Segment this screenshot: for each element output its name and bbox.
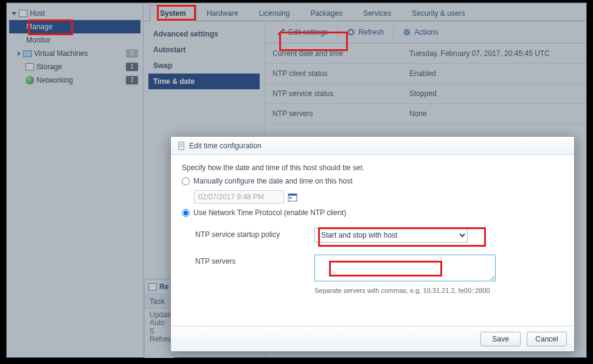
badge-vm: 0 bbox=[126, 49, 138, 58]
storage-icon bbox=[26, 63, 34, 70]
radio-manual[interactable]: Manually configure the date and time on … bbox=[182, 177, 563, 185]
subnav-swap[interactable]: Swap bbox=[148, 58, 260, 74]
caret-right-icon bbox=[18, 51, 21, 56]
nav-host-label: Host bbox=[30, 9, 45, 18]
subnav-advanced[interactable]: Advanced settings bbox=[148, 26, 260, 42]
tasks-header[interactable]: Re bbox=[145, 280, 174, 294]
toolbar-sep2 bbox=[393, 26, 394, 38]
nav-networking[interactable]: Networking 2 bbox=[9, 74, 140, 87]
edit-time-dialog: Edit time configuration Specify how the … bbox=[170, 136, 575, 352]
nav-monitor-label: Monitor bbox=[26, 36, 50, 44]
tab-system[interactable]: System bbox=[150, 5, 196, 21]
nav-storage[interactable]: Storage 1 bbox=[9, 60, 140, 74]
nav-vm[interactable]: Virtual Machines 0 bbox=[9, 47, 140, 60]
table-row: NTP serversNone bbox=[265, 104, 586, 124]
kv-table: Current date and timeTuesday, February 0… bbox=[265, 43, 586, 124]
table-row: Current date and timeTuesday, February 0… bbox=[265, 44, 586, 64]
nav-vm-label: Virtual Machines bbox=[34, 49, 88, 58]
subnav-autostart[interactable]: Autostart bbox=[148, 42, 260, 58]
nav-host[interactable]: Host bbox=[9, 7, 140, 20]
vm-icon bbox=[23, 50, 32, 57]
svg-point-0 bbox=[406, 30, 409, 33]
nav-monitor[interactable]: Monitor bbox=[9, 33, 140, 47]
nav-manage-label: Manage bbox=[26, 22, 52, 31]
pencil-icon bbox=[277, 28, 285, 36]
policy-label: NTP service startup policy bbox=[195, 228, 314, 239]
actions-button[interactable]: Actions bbox=[397, 25, 443, 39]
toolbar-sep bbox=[337, 26, 338, 38]
host-icon bbox=[19, 10, 27, 17]
badge-networking: 2 bbox=[126, 76, 138, 84]
dialog-title: Edit time configuration bbox=[189, 142, 262, 150]
svg-rect-4 bbox=[288, 194, 297, 196]
tab-licensing[interactable]: Licensing bbox=[249, 5, 300, 21]
dialog-title-bar[interactable]: Edit time configuration bbox=[171, 137, 574, 155]
refresh-button[interactable]: Refresh bbox=[341, 25, 389, 39]
calendar-icon[interactable] bbox=[288, 192, 297, 202]
actions-label: Actions bbox=[414, 28, 438, 36]
tasks-icon bbox=[148, 283, 157, 290]
subnav-timedate[interactable]: Time & date bbox=[148, 74, 260, 89]
radio-ntp-input[interactable] bbox=[182, 209, 190, 217]
svg-rect-5 bbox=[290, 197, 291, 199]
cancel-button[interactable]: Cancel bbox=[527, 332, 567, 346]
gear-icon bbox=[403, 28, 411, 36]
tab-security[interactable]: Security & users bbox=[401, 5, 475, 21]
nav-manage[interactable]: Manage bbox=[9, 20, 140, 33]
policy-select[interactable]: Start and stop with host bbox=[314, 228, 468, 242]
list-item[interactable]: Auto S bbox=[145, 321, 174, 333]
table-row: NTP client statusEnabled bbox=[265, 64, 586, 84]
edit-settings-button[interactable]: Edit settings bbox=[271, 25, 333, 39]
radio-manual-input[interactable] bbox=[182, 177, 190, 185]
svg-rect-2 bbox=[179, 143, 182, 147]
networking-icon bbox=[26, 76, 34, 84]
tab-hardware[interactable]: Hardware bbox=[196, 5, 249, 21]
servers-label: NTP servers bbox=[195, 255, 314, 266]
radio-ntp[interactable]: Use Network Time Protocol (enable NTP cl… bbox=[182, 208, 563, 217]
tasks-col: Task bbox=[145, 294, 174, 309]
nav-networking-label: Networking bbox=[36, 76, 73, 84]
tab-services[interactable]: Services bbox=[353, 5, 401, 21]
tab-packages[interactable]: Packages bbox=[300, 5, 353, 21]
manual-date-input bbox=[194, 190, 284, 204]
edit-settings-label: Edit settings bbox=[288, 28, 328, 36]
table-row: NTP service statusStopped bbox=[265, 84, 586, 104]
nav-storage-label: Storage bbox=[36, 63, 62, 71]
tab-bar: System Hardware Licensing Packages Servi… bbox=[144, 3, 586, 21]
save-button[interactable]: Save bbox=[480, 332, 521, 346]
device-icon bbox=[177, 142, 186, 150]
refresh-label: Refresh bbox=[358, 28, 384, 36]
list-item[interactable]: Refres bbox=[145, 333, 174, 345]
servers-hint: Separate servers with commas, e.g. 10.31… bbox=[314, 287, 563, 294]
caret-down-icon bbox=[12, 12, 16, 15]
badge-storage: 1 bbox=[126, 63, 138, 71]
refresh-icon bbox=[347, 28, 355, 36]
dialog-desc: Specify how the date and time of this ho… bbox=[182, 163, 563, 172]
ntp-servers-input[interactable] bbox=[314, 255, 496, 281]
